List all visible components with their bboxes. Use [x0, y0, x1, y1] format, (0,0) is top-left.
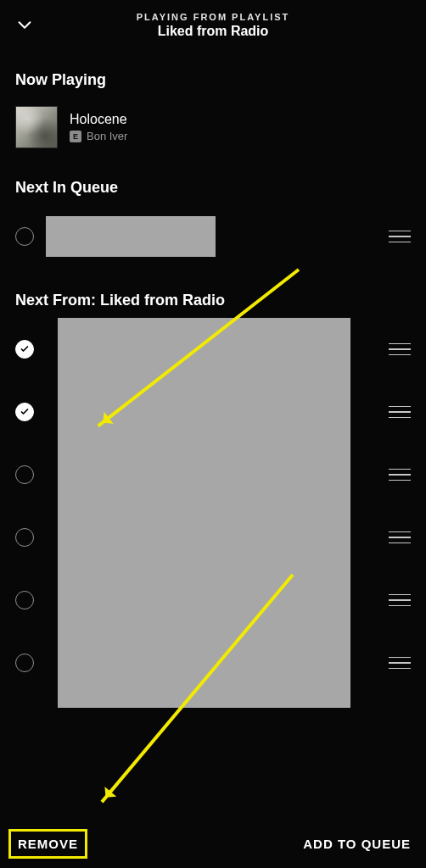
drag-handle-icon[interactable]	[389, 657, 411, 670]
queue-row[interactable]	[0, 443, 426, 506]
remove-button[interactable]: REMOVE	[8, 829, 87, 859]
select-toggle[interactable]	[15, 528, 34, 547]
playlist-title: Liked from Radio	[15, 24, 411, 39]
queue-row[interactable]	[0, 632, 426, 694]
album-art	[15, 106, 58, 148]
drag-handle-icon[interactable]	[389, 406, 411, 419]
queue-row[interactable]	[0, 205, 426, 268]
select-toggle[interactable]	[15, 340, 34, 359]
check-icon	[20, 407, 30, 417]
drag-handle-icon[interactable]	[389, 343, 411, 356]
check-icon	[20, 344, 30, 354]
now-playing-row[interactable]: Holocene E Bon Iver	[0, 97, 426, 155]
now-playing-heading: Now Playing	[0, 47, 426, 97]
queue-row[interactable]	[0, 318, 426, 381]
next-in-queue-heading: Next In Queue	[0, 155, 426, 205]
drag-handle-icon[interactable]	[389, 531, 411, 544]
queue-header: PLAYING FROM PLAYLIST Liked from Radio	[0, 0, 426, 47]
add-to-queue-button[interactable]: ADD TO QUEUE	[303, 837, 411, 851]
next-from-heading: Next From: Liked from Radio	[0, 268, 426, 318]
track-title: Holocene	[70, 112, 127, 127]
footer-bar: REMOVE ADD TO QUEUE	[0, 819, 426, 868]
select-toggle[interactable]	[15, 227, 34, 246]
queue-row[interactable]	[0, 381, 426, 443]
redacted-track	[46, 216, 216, 257]
artist-name: Bon Iver	[87, 130, 127, 142]
context-label: PLAYING FROM PLAYLIST	[15, 12, 411, 22]
queue-row[interactable]	[0, 506, 426, 569]
select-toggle[interactable]	[15, 591, 34, 609]
select-toggle[interactable]	[15, 654, 34, 672]
drag-handle-icon[interactable]	[389, 469, 411, 481]
drag-handle-icon[interactable]	[389, 231, 411, 243]
explicit-badge: E	[70, 131, 81, 142]
queue-row[interactable]	[0, 569, 426, 632]
select-toggle[interactable]	[15, 403, 34, 421]
select-toggle[interactable]	[15, 465, 34, 484]
drag-handle-icon[interactable]	[389, 594, 411, 607]
